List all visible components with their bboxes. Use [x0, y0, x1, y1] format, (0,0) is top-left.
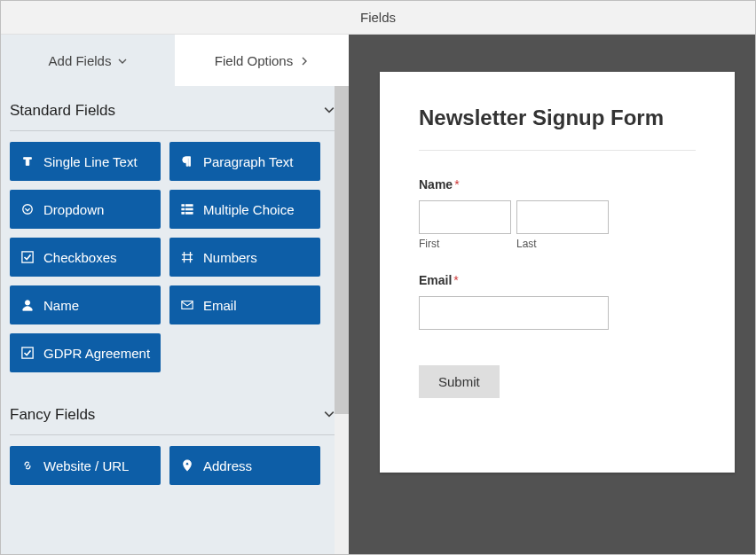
field-label: Dropdown [43, 202, 104, 217]
field-gdpr-agreement[interactable]: GDPR Agreement [10, 333, 161, 372]
gdpr-icon [20, 347, 35, 359]
svg-point-8 [25, 301, 29, 305]
form-title: Newsletter Signup Form [419, 106, 696, 151]
first-sublabel: First [419, 238, 511, 250]
chevron-down-icon [118, 53, 127, 68]
submit-button[interactable]: Submit [419, 365, 500, 398]
numbers-icon [180, 251, 194, 263]
field-label: Multiple Choice [203, 202, 295, 217]
chevron-right-icon [300, 53, 309, 68]
first-name-input[interactable] [419, 200, 511, 234]
required-mark: * [454, 177, 459, 192]
chevron-down-icon [324, 102, 335, 120]
paragraph-icon [180, 155, 194, 168]
field-dropdown[interactable]: Dropdown [10, 190, 161, 229]
left-panel: Add Fields Field Options Standard Fields [1, 35, 349, 554]
svg-rect-3 [182, 208, 185, 210]
field-single-line-text[interactable]: Single Line Text [10, 142, 161, 181]
svg-point-0 [23, 205, 33, 215]
multiple-choice-icon [180, 203, 194, 215]
window-title: Fields [360, 10, 396, 25]
divider [10, 130, 340, 131]
svg-rect-6 [185, 213, 193, 215]
tab-field-options-label: Field Options [215, 53, 293, 68]
field-label: GDPR Agreement [43, 346, 150, 361]
standard-fields-grid: Single Line Text Paragraph Text Dropdown [1, 142, 349, 378]
email-label: Email [419, 273, 452, 287]
svg-rect-2 [185, 205, 193, 207]
divider [10, 434, 340, 435]
svg-rect-4 [185, 208, 193, 210]
preview-canvas: Newsletter Signup Form Name* First [349, 35, 755, 554]
form-card: Newsletter Signup Form Name* First [380, 72, 735, 473]
svg-rect-5 [182, 213, 185, 215]
tabs: Add Fields Field Options [1, 35, 349, 86]
name-icon [20, 299, 35, 311]
svg-rect-1 [182, 205, 185, 207]
section-title-fancy: Fancy Fields [10, 406, 95, 424]
email-icon [180, 299, 194, 311]
field-label: Numbers [203, 250, 257, 265]
svg-point-11 [185, 463, 189, 466]
window: Fields Add Fields Field Options [0, 0, 756, 555]
last-name-input[interactable] [516, 200, 609, 234]
email-input[interactable] [419, 296, 609, 330]
field-address[interactable]: Address [169, 446, 320, 485]
last-sublabel: Last [516, 238, 609, 250]
fancy-fields-grid: Website / URL Address [1, 446, 349, 490]
svg-rect-9 [182, 301, 193, 309]
field-label: Paragraph Text [203, 154, 293, 169]
required-mark: * [453, 273, 458, 287]
name-label: Name [419, 177, 453, 192]
url-icon [20, 459, 35, 472]
tab-field-options[interactable]: Field Options [175, 35, 349, 86]
text-icon [20, 155, 35, 168]
submit-label: Submit [438, 374, 480, 389]
chevron-down-icon [324, 406, 335, 424]
field-multiple-choice[interactable]: Multiple Choice [169, 190, 320, 229]
field-label: Name [43, 298, 79, 313]
field-label: Single Line Text [43, 154, 138, 169]
dropdown-icon [20, 203, 35, 215]
section-header-fancy[interactable]: Fancy Fields [1, 390, 349, 433]
field-label: Email [203, 298, 237, 313]
scrollbar-thumb[interactable] [335, 86, 349, 414]
field-checkboxes[interactable]: Checkboxes [10, 238, 161, 277]
field-email[interactable]: Email [169, 285, 320, 324]
checkboxes-icon [20, 251, 35, 263]
field-name[interactable]: Name [10, 285, 161, 324]
email-field-block[interactable]: Email* [419, 273, 696, 330]
field-numbers[interactable]: Numbers [169, 238, 320, 277]
field-label: Website / URL [43, 458, 129, 473]
tab-add-fields[interactable]: Add Fields [1, 35, 175, 86]
field-paragraph-text[interactable]: Paragraph Text [169, 142, 320, 181]
field-label: Address [203, 458, 252, 473]
field-label: Checkboxes [43, 250, 117, 265]
svg-rect-7 [22, 252, 33, 262]
name-field-block[interactable]: Name* First Last [419, 177, 696, 250]
fields-scroll[interactable]: Standard Fields Single Line Text [1, 86, 349, 554]
section-header-standard[interactable]: Standard Fields [1, 86, 349, 129]
section-title-standard: Standard Fields [10, 102, 115, 120]
address-icon [180, 459, 194, 472]
field-website-url[interactable]: Website / URL [10, 446, 161, 485]
body: Add Fields Field Options Standard Fields [1, 35, 755, 554]
svg-rect-10 [22, 348, 33, 358]
preview-panel: Newsletter Signup Form Name* First [349, 35, 755, 554]
titlebar: Fields [1, 1, 755, 35]
tab-add-fields-label: Add Fields [49, 53, 112, 68]
